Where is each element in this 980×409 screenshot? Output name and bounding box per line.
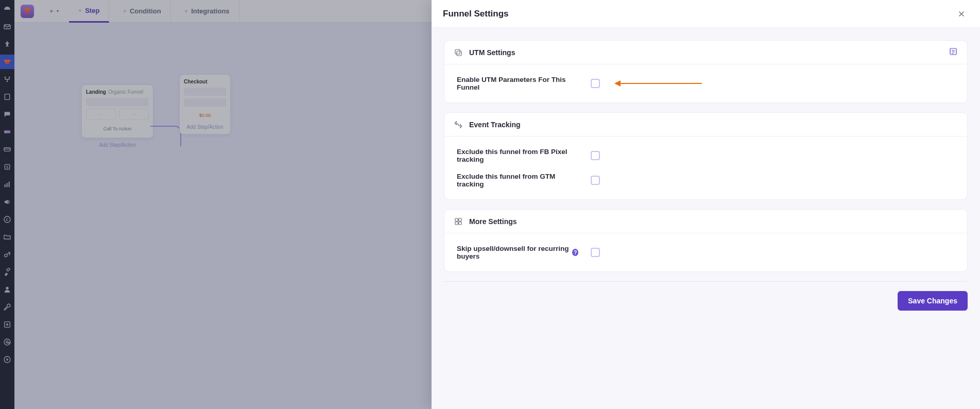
setting-exclude-fb: Exclude this funnel from FB Pixel tracki… bbox=[444, 139, 967, 173]
section-title: Event Tracking bbox=[469, 121, 958, 129]
close-button[interactable] bbox=[954, 7, 969, 21]
section-event-tracking: Event Tracking Exclude this funnel from … bbox=[444, 112, 968, 200]
svg-rect-23 bbox=[455, 49, 460, 54]
skip-upsell-checkbox[interactable] bbox=[591, 248, 600, 257]
setting-label: Exclude this funnel from GTM tracking bbox=[457, 173, 578, 188]
section-more-settings: More Settings Skip upsell/downsell for r… bbox=[444, 209, 968, 272]
help-icon[interactable]: ? bbox=[572, 249, 578, 256]
save-changes-button[interactable]: Save Changes bbox=[898, 291, 968, 311]
grid-icon bbox=[454, 217, 463, 226]
setting-enable-utm: Enable UTM Parameters For This Funnel bbox=[444, 66, 967, 100]
section-header: Event Tracking bbox=[444, 113, 967, 137]
close-icon bbox=[957, 9, 966, 19]
exclude-fb-checkbox[interactable] bbox=[591, 151, 600, 160]
section-title: More Settings bbox=[469, 217, 958, 226]
callout-arrow-icon bbox=[614, 81, 702, 86]
drawer-header: Funnel Settings bbox=[432, 0, 980, 28]
funnel-settings-drawer: Funnel Settings UTM Settings Enable UTM … bbox=[432, 0, 980, 409]
svg-rect-28 bbox=[459, 221, 461, 224]
setting-skip-upsell: Skip upsell/downsell for recurring buyer… bbox=[444, 235, 967, 269]
exclude-gtm-checkbox[interactable] bbox=[591, 176, 600, 185]
sync-icon bbox=[454, 120, 463, 129]
notes-icon[interactable] bbox=[949, 47, 958, 58]
enable-utm-checkbox[interactable] bbox=[591, 79, 600, 88]
section-title: UTM Settings bbox=[469, 48, 942, 57]
drawer-title: Funnel Settings bbox=[443, 9, 509, 19]
setting-label: Enable UTM Parameters For This Funnel bbox=[457, 76, 578, 91]
section-utm-settings: UTM Settings Enable UTM Parameters For T… bbox=[444, 40, 968, 103]
setting-exclude-gtm: Exclude this funnel from GTM tracking bbox=[444, 173, 967, 197]
svg-rect-26 bbox=[459, 218, 461, 221]
drawer-body: UTM Settings Enable UTM Parameters For T… bbox=[432, 28, 980, 409]
copy-icon bbox=[454, 48, 463, 57]
divider bbox=[444, 281, 968, 282]
svg-rect-27 bbox=[455, 221, 458, 224]
section-header: More Settings bbox=[444, 210, 967, 233]
section-header: UTM Settings bbox=[444, 41, 967, 64]
svg-rect-22 bbox=[457, 51, 461, 56]
setting-label: Exclude this funnel from FB Pixel tracki… bbox=[457, 148, 578, 163]
svg-rect-25 bbox=[455, 218, 458, 221]
setting-label-text: Skip upsell/downsell for recurring buyer… bbox=[457, 245, 569, 260]
footer-actions: Save Changes bbox=[444, 291, 968, 311]
setting-label: Skip upsell/downsell for recurring buyer… bbox=[457, 245, 578, 260]
